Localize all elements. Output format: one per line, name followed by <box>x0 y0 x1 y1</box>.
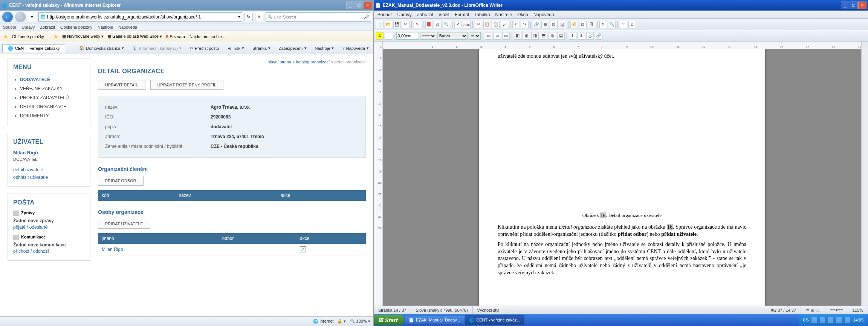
mail-sub-link[interactable]: přijaté / odeslané <box>13 223 85 231</box>
back-button[interactable]: ← <box>2 12 13 22</box>
back-icon[interactable]: ⬇ <box>578 32 585 40</box>
refresh-button[interactable]: ↻ <box>245 13 253 21</box>
align-top-icon[interactable]: ⬒ <box>540 32 547 40</box>
undo-icon[interactable]: ↶ <box>512 21 520 28</box>
browser-tab[interactable]: 🌐CENT - veřejné zakázky <box>2 44 65 52</box>
menu-item-profily[interactable]: PROFILY ZADAVATELŮ <box>13 93 85 102</box>
table-icon[interactable]: ▦ <box>541 21 549 28</box>
link-user-detail[interactable]: detail uživatele <box>13 166 85 174</box>
doc-text-top[interactable]: uživatelé zde mohou editovat jen svůj už… <box>498 53 746 60</box>
border-style-select[interactable]: ▭ <box>469 32 481 40</box>
ie-maximize-button[interactable]: □ <box>355 2 363 9</box>
btn-edit-detail[interactable]: UPRAVIT DETAIL <box>98 80 145 90</box>
hyperlink-icon[interactable]: 🔗 <box>533 21 540 28</box>
nav-dropdown[interactable]: ▾ <box>28 13 36 21</box>
link-logout[interactable]: odhlásit uživatele <box>13 174 85 181</box>
fav-item-webslice[interactable]: ▦ Galerie oblasti Web Slice ▾ <box>107 34 162 39</box>
chart-icon[interactable]: 📊 <box>559 21 566 28</box>
lo-menu-soubor[interactable]: Soubor <box>377 12 392 17</box>
pdf-icon[interactable]: 📕 <box>425 21 433 28</box>
search-box[interactable]: 🔍 Live Search 🔎 <box>266 12 371 22</box>
cell-person-name[interactable]: Milan Rigó <box>98 244 219 255</box>
check-icon[interactable]: ✓ <box>300 246 306 252</box>
cmd-feeds[interactable]: 📡Informační kanály (J) ▾ <box>130 45 184 51</box>
align-bot-icon[interactable]: ⬓ <box>557 32 565 40</box>
tray-icon-3[interactable] <box>828 317 833 323</box>
highlight-icon[interactable]: A <box>376 32 384 40</box>
email-icon[interactable]: ✉ <box>402 21 410 28</box>
status-view-icons[interactable]: ▭ ▦ 📖 <box>801 306 825 314</box>
ie-menu-zobrazit[interactable]: Zobrazit <box>40 25 55 29</box>
lo-menu-tabulka[interactable]: Tabulka <box>474 12 490 17</box>
task-ie[interactable]: 🌐CENT - veřejné zakáz... <box>465 315 524 325</box>
status-page[interactable]: Stránka 14 / 37 <box>374 306 411 314</box>
align-center-icon[interactable]: ▣ <box>523 32 530 40</box>
lo-menu-vlozit[interactable]: Vložit <box>439 12 449 17</box>
forward-button[interactable]: → <box>15 12 26 22</box>
edit-doc-icon[interactable]: ✎ <box>414 21 421 28</box>
tray-lang[interactable]: CS <box>803 318 808 322</box>
lo-menu-zobrazit[interactable]: Zobrazit <box>417 12 433 17</box>
komm-sub-link[interactable]: příchozí / odchozí <box>13 248 85 255</box>
nonprint-icon[interactable]: ¶ <box>599 21 607 28</box>
cmd-help[interactable]: ?Nápověda ▾ <box>340 45 371 51</box>
datasource-icon[interactable]: 🗄 <box>588 21 595 28</box>
cmd-mail[interactable]: ✉Přečíst poštu <box>188 45 221 51</box>
cmd-home[interactable]: 🏠Domovská stránka ▾ <box>77 45 126 51</box>
tray-clock[interactable]: 14:05 <box>853 318 863 322</box>
ie-menu-soubor[interactable]: Soubor <box>3 25 16 29</box>
preview-icon[interactable]: 🔍 <box>443 21 450 28</box>
fav-item-seznam[interactable]: S Seznam – Najdu tam, co hle... <box>166 34 225 39</box>
cut-icon[interactable]: ✂ <box>475 21 482 28</box>
line-style-select[interactable]: ━━━ <box>420 32 436 40</box>
wrap-page-icon[interactable]: ▭ <box>494 32 501 40</box>
doc-para-1[interactable]: Kliknutím na položku menu Detail organiz… <box>498 224 746 238</box>
ie-menu-upravy[interactable]: Úpravy <box>21 25 35 29</box>
favorites-label[interactable]: Oblíbené položky <box>12 34 44 39</box>
gallery-icon[interactable]: 🖼 <box>579 21 587 28</box>
lo-menu-format[interactable]: Formát <box>455 12 469 17</box>
cmd-page[interactable]: Stránka ▾ <box>250 45 273 51</box>
document-canvas[interactable]: uživatelé zde mohou editovat jen svůj už… <box>383 49 861 306</box>
add-fav-icon[interactable]: ★ <box>53 33 58 40</box>
btn-add-user[interactable]: PŘIDAT UŽIVATELE <box>98 219 150 229</box>
navigator-icon[interactable]: 🧭 <box>570 21 578 28</box>
copy-icon[interactable]: 📋 <box>483 21 491 28</box>
lo-menu-nastroje[interactable]: Nástroje <box>495 12 512 17</box>
status-zoom[interactable]: 115% <box>848 306 868 314</box>
font-color-icon[interactable] <box>385 32 392 40</box>
save-icon[interactable]: 💾 <box>393 21 401 28</box>
align-left-icon[interactable]: ◧ <box>514 32 521 40</box>
doc-para-2[interactable]: Po kliknutí na název organizační jednotk… <box>498 241 746 277</box>
favorites-star-icon[interactable]: ★ <box>3 33 8 40</box>
ie-close-button[interactable]: × <box>364 2 372 9</box>
redo-icon[interactable]: ↷ <box>521 21 529 28</box>
help-icon[interactable]: ? <box>620 21 627 28</box>
fav-item-suggested[interactable]: ▦ Navrhované weby ▾ <box>62 34 104 39</box>
color-label-select[interactable]: Barva <box>437 32 468 40</box>
zoom-icon[interactable]: 🔍 <box>608 21 616 28</box>
lo-close-button[interactable]: × <box>858 2 866 9</box>
cmd-print[interactable]: 🖨Tisk ▾ <box>225 45 246 51</box>
ie-menu-napoveda[interactable]: Nápověda <box>118 25 137 29</box>
lo-menu-napoveda[interactable]: Nápověda <box>533 12 554 17</box>
system-tray[interactable]: CS 14:05 <box>799 314 867 326</box>
stop-button[interactable]: ✕ <box>255 13 263 21</box>
ie-menu-oblibene[interactable]: Oblíbené položky <box>60 25 92 29</box>
align-mid-icon[interactable]: ◍ <box>549 32 556 40</box>
lo-menu-okno[interactable]: Okno <box>517 12 528 17</box>
spellcheck-icon[interactable]: ✔ <box>454 21 462 28</box>
image-icon[interactable]: 🖼 <box>550 21 558 28</box>
print-icon[interactable]: 🖨 <box>434 21 442 28</box>
format-paint-icon[interactable]: 🖌 <box>501 21 508 28</box>
open-icon[interactable]: 📂 <box>385 21 392 28</box>
status-style[interactable]: Výchozí styl <box>473 306 766 314</box>
tray-icon-1[interactable] <box>811 317 817 323</box>
anchor-icon[interactable]: ⚓ <box>586 32 594 40</box>
menu-item-dodavatele[interactable]: DODAVATELÉ <box>13 75 85 84</box>
url-input[interactable] <box>47 14 237 20</box>
wrap-through-icon[interactable]: ▭ <box>502 32 510 40</box>
status-words[interactable]: Slova (znaky): 7998 (56476) <box>411 306 472 314</box>
align-right-icon[interactable]: ◨ <box>531 32 539 40</box>
start-button[interactable]: ⊞Start <box>374 315 404 325</box>
